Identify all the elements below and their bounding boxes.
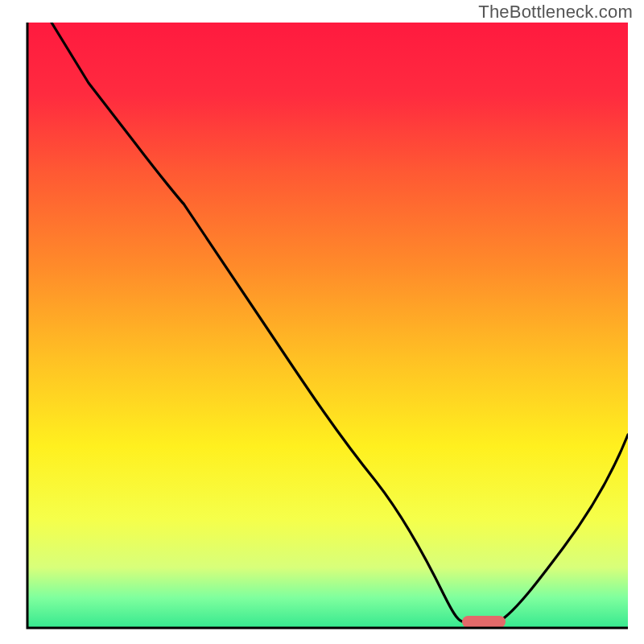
gradient-background bbox=[27, 23, 628, 628]
chart-svg bbox=[0, 0, 644, 644]
chart-container: TheBottleneck.com bbox=[0, 0, 644, 644]
optimal-marker bbox=[462, 616, 506, 628]
watermark-text: TheBottleneck.com bbox=[478, 2, 633, 23]
